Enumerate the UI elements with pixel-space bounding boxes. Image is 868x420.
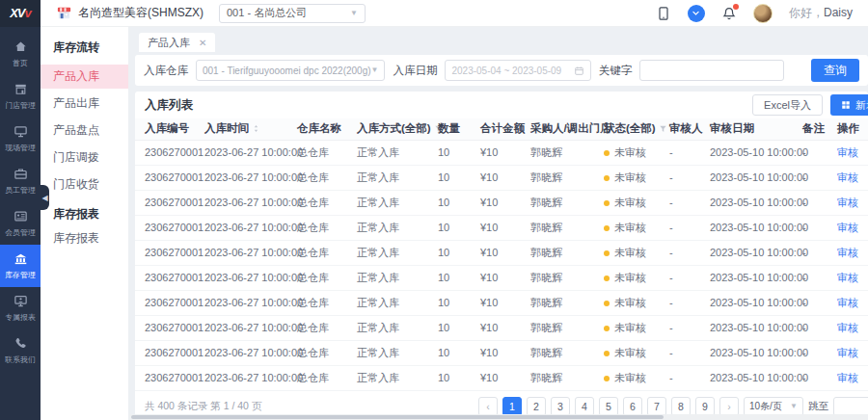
- horizontal-scrollbar[interactable]: [129, 414, 868, 420]
- submenu-item[interactable]: 门店调拨: [41, 145, 128, 170]
- submenu-item[interactable]: 库存报表: [41, 226, 128, 250]
- page-button[interactable]: 2: [527, 397, 546, 416]
- page-button[interactable]: 8: [671, 397, 691, 416]
- status-dot-icon: [604, 276, 610, 281]
- warehouse-select[interactable]: 001 - Tierifguuyooomei dpc 2022(200g) ▼: [196, 60, 385, 81]
- auditor: -: [665, 290, 706, 315]
- row-actions: 审核编辑: [833, 215, 868, 240]
- sidebar-item-label: 首页: [13, 57, 28, 67]
- sidebar-item-report[interactable]: 专属报表: [0, 287, 41, 329]
- status-badge: 未审核: [600, 165, 665, 190]
- sidebar-item-store[interactable]: 门店管理: [0, 75, 41, 118]
- excel-import-button[interactable]: Excel导入: [752, 94, 823, 116]
- purchaser: 郭晓辉: [527, 215, 600, 240]
- page-button[interactable]: 1: [502, 397, 522, 416]
- topbar-actions: 你好，Daisy: [656, 4, 868, 23]
- auditor: -: [665, 265, 706, 290]
- table-body: 23062700012023-06-27 10:00:00总仓库正常入库10¥1…: [135, 140, 868, 390]
- pagination-next-button[interactable]: ›: [719, 397, 739, 416]
- scrollbar-thumb[interactable]: [131, 415, 664, 419]
- table-scroll-area[interactable]: 入库编号入库时间仓库名称入库方式(全部)数量合计金额采购人/调出门店状态(全部)…: [135, 118, 868, 395]
- page-button[interactable]: 9: [695, 397, 715, 416]
- quantity: 10: [434, 165, 476, 190]
- search-button[interactable]: 查询: [811, 59, 859, 82]
- audit-link[interactable]: 审核: [837, 322, 858, 333]
- remark: -: [799, 365, 833, 390]
- sidebar-item-home[interactable]: 首页: [0, 33, 41, 75]
- table-row: 23062700012023-06-27 10:00:00总仓库正常入库10¥1…: [135, 140, 868, 165]
- notification-badge: [733, 4, 739, 10]
- page-button[interactable]: 4: [575, 397, 594, 416]
- keyword-input[interactable]: [639, 60, 784, 81]
- audit-link[interactable]: 审核: [837, 247, 858, 258]
- page-button[interactable]: 6: [623, 397, 642, 416]
- tab-product-inbound[interactable]: 产品入库 ✕: [139, 33, 215, 52]
- sidebar-item-phone[interactable]: 联系我们: [0, 329, 41, 372]
- auditor: -: [665, 190, 706, 215]
- sidebar-item-member-card[interactable]: 会员管理: [0, 202, 41, 245]
- row-actions: 审核编辑: [833, 265, 868, 290]
- warehouse-name: 总仓库: [293, 265, 353, 290]
- inbound-id: 2306270001: [135, 215, 201, 240]
- audit-link[interactable]: 审核: [837, 372, 858, 383]
- audit-link[interactable]: 审核: [837, 171, 858, 183]
- sidebar-item-warehouse[interactable]: 库存管理: [0, 245, 41, 287]
- top-bar: XVv 名尚造型美容(SHMSZX) 001 - 名尚总公司 ▼ 你好，Dais…: [0, 0, 868, 27]
- chevron-left-icon: ‹: [486, 401, 490, 412]
- date-range-input[interactable]: 2023-05-04 ~ 2023-05-09: [445, 60, 590, 81]
- inbound-time: 2023-06-27 10:00:00: [201, 315, 293, 340]
- submenu-item[interactable]: 产品盘点: [41, 118, 128, 143]
- status-badge: 未审核: [600, 215, 665, 240]
- submenu-group-title[interactable]: 库存报表: [41, 197, 128, 223]
- sidebar-collapse-button[interactable]: ◀: [41, 185, 49, 210]
- warehouse-name: 总仓库: [293, 340, 353, 365]
- table-row: 23062700012023-06-27 10:00:00总仓库正常入库10¥1…: [135, 265, 868, 290]
- row-actions: 审核编辑: [833, 340, 868, 365]
- tablet-icon[interactable]: [656, 6, 671, 21]
- purchaser: 郭晓辉: [527, 340, 600, 365]
- submenu-item[interactable]: 门店收货: [41, 172, 128, 197]
- inbound-method: 正常入库: [353, 340, 434, 365]
- sidebar-item-label: 现场管理: [5, 142, 36, 152]
- pagination-prev-button[interactable]: ‹: [478, 397, 498, 416]
- inbound-id: 2306270001: [135, 340, 201, 365]
- row-actions: 审核编辑: [833, 165, 868, 190]
- column-header: 审核日期: [706, 118, 799, 140]
- remark: -: [799, 140, 833, 165]
- submenu-panel: 库存流转 产品入库产品出库产品盘点门店调拨门店收货 库存报表 库存报表: [41, 27, 129, 420]
- audit-link[interactable]: 审核: [837, 146, 858, 158]
- inbound-time: 2023-06-27 10:00:00: [201, 290, 293, 315]
- column-header[interactable]: 入库时间: [201, 118, 293, 140]
- service-icon[interactable]: [688, 5, 705, 22]
- audit-link[interactable]: 审核: [837, 222, 858, 233]
- page-size-select[interactable]: 10条/页▼: [744, 397, 803, 416]
- sidebar-item-briefcase[interactable]: 员工管理: [0, 160, 41, 202]
- page-button[interactable]: 5: [599, 397, 618, 416]
- chevron-down-icon: ▼: [371, 66, 379, 74]
- add-inbound-button[interactable]: 新增: [830, 94, 868, 116]
- company-select[interactable]: 001 - 名尚总公司 ▼: [219, 4, 366, 23]
- column-header[interactable]: 入库方式(全部): [353, 118, 434, 140]
- quantity: 10: [434, 140, 476, 165]
- auditor: -: [665, 165, 706, 190]
- avatar[interactable]: [753, 4, 773, 23]
- close-icon[interactable]: ✕: [199, 38, 206, 48]
- submenu-item[interactable]: 产品出库: [41, 92, 128, 116]
- warehouse-filter-label: 入库仓库: [144, 64, 188, 78]
- row-actions: 审核编辑: [833, 315, 868, 340]
- jump-page-input[interactable]: [833, 397, 868, 416]
- filter-bar: 入库仓库 001 - Tierifguuyooomei dpc 2022(200…: [135, 55, 868, 86]
- remark: -: [799, 265, 833, 290]
- audit-link[interactable]: 审核: [837, 347, 858, 358]
- audit-link[interactable]: 审核: [837, 197, 858, 208]
- inbound-id: 2306270001: [135, 165, 201, 190]
- audit-link[interactable]: 审核: [837, 272, 858, 283]
- audit-link[interactable]: 审核: [837, 297, 858, 308]
- column-header[interactable]: 状态(全部): [600, 118, 665, 140]
- warehouse-name: 总仓库: [293, 365, 353, 390]
- submenu-item[interactable]: 产品入库: [41, 65, 128, 89]
- page-button[interactable]: 7: [647, 397, 666, 416]
- page-button[interactable]: 3: [551, 397, 570, 416]
- sidebar-item-monitor[interactable]: 现场管理: [0, 118, 41, 160]
- bell-icon[interactable]: [721, 6, 737, 21]
